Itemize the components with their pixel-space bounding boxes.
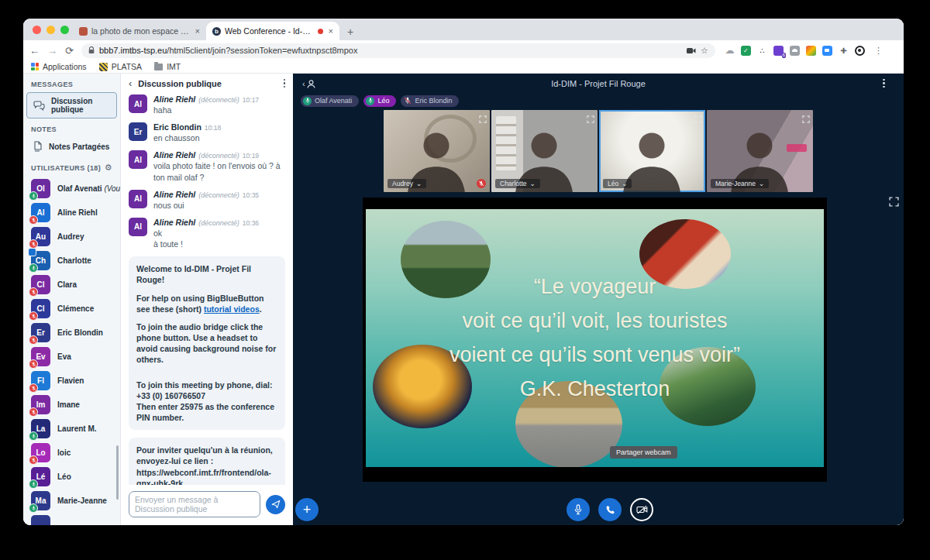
meeting-options-icon[interactable] — [883, 79, 891, 88]
user-name: loic — [57, 448, 71, 457]
meeting-top-bar: Id-DIM - Projet Fil Rouge ‹ — [293, 74, 904, 94]
webcam-name-label[interactable]: Charlotte⌄ — [495, 179, 540, 188]
send-message-button[interactable] — [266, 495, 285, 514]
bookmark-star-icon[interactable]: ☆ — [701, 46, 708, 56]
window-controls[interactable] — [33, 26, 69, 34]
mic-icon — [366, 97, 374, 105]
webcam-tooltip: Partager webcam — [610, 446, 677, 459]
reload-button[interactable]: ⟳ — [65, 46, 74, 56]
users-settings-gear-icon[interactable]: ⚙ — [105, 163, 112, 173]
mic-status-badge — [29, 287, 38, 297]
user-list-item[interactable]: Im Imane — [23, 393, 120, 417]
user-list-item[interactable]: Ch Charlotte — [23, 249, 120, 273]
user-list-item[interactable]: Fl Flavien — [23, 369, 120, 393]
chevron-down-icon: ⌄ — [530, 180, 536, 187]
forward-button[interactable]: → — [47, 46, 57, 56]
browser-extension-icon[interactable]: 6 — [773, 46, 784, 56]
tab2-close-icon[interactable]: × — [327, 26, 333, 36]
message-text: en chausson — [153, 132, 285, 143]
new-tab-button[interactable]: + — [339, 26, 363, 40]
camera-in-use-icon[interactable] — [687, 47, 696, 54]
address-bar[interactable]: bbb7.imtbs-tsp.eu/html5client/join?sessi… — [81, 43, 715, 58]
fullscreen-icon[interactable] — [802, 112, 810, 126]
webcam-tile[interactable]: Marie-Jeanne⌄ — [707, 110, 813, 192]
user-list-item[interactable]: Er Eric Blondin — [23, 321, 120, 345]
tab1-close-icon[interactable]: × — [194, 26, 200, 36]
chat-message-input[interactable] — [129, 491, 260, 517]
chat-message: Al Aline Riehl (déconnecté) 10:35 nous o… — [129, 190, 285, 211]
talker-pill[interactable]: Eric Blondin — [401, 95, 459, 107]
user-name: Eric Blondin — [57, 328, 103, 337]
back-button[interactable]: ← — [29, 46, 40, 56]
webcam-tile[interactable]: Charlotte⌄ — [491, 110, 598, 192]
mute-microphone-button[interactable] — [567, 498, 590, 521]
zoom-window-button[interactable] — [60, 26, 69, 34]
close-window-button[interactable] — [33, 26, 41, 34]
user-avatar: La — [31, 419, 50, 438]
user-avatar: Ch — [31, 251, 50, 270]
bookmark-platsa[interactable]: PLATSA — [99, 62, 143, 71]
talker-pill[interactable]: Olaf Avenati — [301, 95, 359, 107]
user-avatar: Lo — [31, 443, 50, 462]
tab-photo-espace[interactable]: la photo de mon espace de tra × — [73, 22, 206, 40]
leave-audio-button[interactable] — [598, 498, 622, 521]
webcam-name-label[interactable]: Audrey⌄ — [388, 179, 426, 188]
fullscreen-icon[interactable] — [694, 112, 702, 126]
webcam-name-label[interactable]: Léo⌄ — [603, 179, 632, 188]
user-name: Audrey — [57, 232, 84, 241]
bookmark-imt[interactable]: IMT — [154, 62, 181, 71]
chevron-left-icon[interactable]: ‹ — [129, 77, 132, 89]
tab-web-conference[interactable]: b Web Conference - Id-DIM × — [206, 22, 339, 40]
user-list-item[interactable]: Cl Clara — [23, 273, 120, 297]
webcam-tile[interactable]: Audrey⌄ — [384, 110, 490, 192]
folder-icon — [154, 64, 163, 70]
browser-extension-icon[interactable]: ☁ — [725, 46, 735, 56]
webcam-name-label[interactable]: Marie-Jeanne⌄ — [711, 179, 769, 188]
fullscreen-icon[interactable] — [587, 112, 594, 126]
presentation-slide[interactable]: “Le voyageur voit ce qu’il voit, les tou… — [366, 209, 824, 467]
share-webcam-button[interactable] — [630, 498, 653, 521]
tutorial-videos-link[interactable]: tutorial videos — [204, 304, 260, 314]
user-list-item[interactable]: Au Audrey — [23, 225, 120, 249]
chat-input-row — [121, 485, 293, 525]
browser-extension-icon[interactable] — [790, 46, 800, 56]
bookmark-applications[interactable]: Applications — [31, 62, 87, 71]
tab2-title: Web Conference - Id-DIM — [225, 26, 314, 36]
user-list-item[interactable] — [23, 513, 120, 525]
browser-extension-icon[interactable] — [855, 46, 865, 56]
user-list-scrollbar[interactable] — [116, 445, 119, 500]
user-list-item[interactable]: Ev Eva — [23, 345, 120, 369]
browser-menu-icon[interactable]: ⋮ — [874, 46, 883, 56]
sidebar-item-shared-notes[interactable]: Notes Partagées — [26, 137, 117, 156]
browser-extension-icon[interactable]: ✚ — [839, 46, 849, 56]
browser-extension-icon[interactable] — [822, 46, 832, 56]
browser-extension-icon[interactable]: ∴ — [757, 46, 767, 56]
message-sender-status: (déconnecté) — [198, 152, 239, 160]
browser-extension-icon[interactable]: ✓ — [741, 46, 751, 56]
presentation-fullscreen-icon[interactable] — [889, 196, 899, 210]
browser-extension-icon[interactable] — [806, 46, 816, 56]
user-list-item[interactable]: Ol Olaf Avenati (Vous) — [23, 177, 120, 201]
user-list-item[interactable]: Lo loic — [23, 441, 120, 465]
talker-pill[interactable]: Léo — [363, 95, 396, 107]
user-list-item[interactable]: La Laurent M. — [23, 417, 120, 441]
user-list-item[interactable]: Cl Clémence — [23, 297, 120, 321]
webcam-off-icon — [636, 505, 648, 514]
bookmarks-bar: Applications PLATSA IMT — [23, 60, 904, 74]
user-list-item[interactable]: Lé Léo — [23, 465, 120, 489]
user-list-item[interactable]: Ma Marie-Jeanne — [23, 489, 120, 513]
url-domain: bbb7.imtbs-tsp.eu — [99, 46, 167, 55]
user-list-item[interactable]: Al Aline Riehl — [23, 201, 120, 225]
webcam-tile[interactable]: Léo⌄ — [599, 110, 705, 192]
sidebar-item-public-chat[interactable]: Discussion publique — [26, 92, 117, 119]
message-sender: Aline Riehl — [153, 190, 195, 199]
actions-plus-button[interactable]: + — [295, 498, 319, 521]
fullscreen-icon[interactable] — [479, 112, 487, 126]
action-bar: + — [293, 494, 904, 525]
chat-options-icon[interactable] — [284, 79, 286, 88]
user-name: Laurent M. — [57, 424, 97, 433]
message-avatar: Al — [129, 190, 147, 208]
message-sender-status: (déconnecté) — [198, 191, 239, 199]
minimize-window-button[interactable] — [46, 26, 55, 34]
paper-plane-icon — [271, 500, 281, 509]
